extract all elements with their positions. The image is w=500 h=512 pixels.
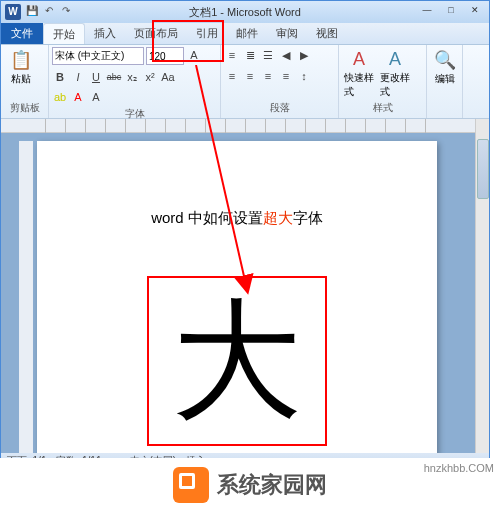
scrollbar-thumb[interactable] [477, 139, 489, 199]
char-shading-icon[interactable]: A [88, 89, 104, 105]
grow-font-icon[interactable]: A [186, 47, 202, 63]
increase-indent-icon[interactable]: ▶ [296, 47, 312, 63]
tab-layout[interactable]: 页面布局 [125, 23, 187, 44]
change-styles-button[interactable]: A 更改样式 [378, 47, 412, 101]
tab-insert[interactable]: 插入 [85, 23, 125, 44]
vertical-ruler[interactable] [19, 141, 33, 453]
multilevel-icon[interactable]: ☰ [260, 47, 276, 63]
large-character: 大 [172, 296, 302, 426]
group-editing: 🔍 编辑 [427, 45, 463, 118]
tab-references[interactable]: 引用 [187, 23, 227, 44]
annotation-highlight-char: 大 [147, 276, 327, 446]
align-left-icon[interactable]: ≡ [224, 68, 240, 84]
quick-access-toolbar: 💾 ↶ ↷ [25, 5, 73, 19]
paste-button[interactable]: 📋 粘贴 [4, 47, 38, 88]
subscript-button[interactable]: x₂ [124, 69, 140, 85]
align-center-icon[interactable]: ≡ [242, 68, 258, 84]
document-title: 文档1 - Microsoft Word [189, 5, 301, 20]
tab-mailings[interactable]: 邮件 [227, 23, 267, 44]
group-clipboard: 📋 粘贴 剪贴板 [1, 45, 49, 118]
watermark-logo-icon [173, 467, 209, 503]
window-controls: — □ ✕ [415, 5, 487, 19]
bold-button[interactable]: B [52, 69, 68, 85]
document-area: word 中如何设置超大字体 大 [1, 133, 475, 453]
italic-button[interactable]: I [70, 69, 86, 85]
group-font: 宋体 (中文正文) 120 A B I U abc x₂ x² Aa ab A … [49, 45, 221, 118]
text-effects-icon[interactable]: Aa [160, 69, 176, 85]
close-button[interactable]: ✕ [463, 5, 487, 19]
quick-styles-button[interactable]: A 快速样式 [342, 47, 376, 101]
watermark: hnzkhbb.COM 系统家园网 [0, 458, 500, 512]
document-page[interactable]: word 中如何设置超大字体 大 [37, 141, 437, 453]
change-styles-icon: A [389, 49, 401, 70]
tab-home[interactable]: 开始 [43, 23, 85, 44]
watermark-url: hnzkhbb.COM [424, 462, 494, 474]
group-paragraph: ≡ ≣ ☰ ◀ ▶ ≡ ≡ ≡ ≡ ↕ 段落 [221, 45, 339, 118]
decrease-indent-icon[interactable]: ◀ [278, 47, 294, 63]
heading-text: word 中如何设置超大字体 [37, 209, 437, 228]
word-window: W 💾 ↶ ↷ 文档1 - Microsoft Word — □ ✕ 文件 开始… [0, 0, 490, 470]
group-styles: A 快速样式 A 更改样式 样式 [339, 45, 427, 118]
align-right-icon[interactable]: ≡ [260, 68, 276, 84]
redo-icon[interactable]: ↷ [59, 5, 73, 19]
highlight-icon[interactable]: ab [52, 89, 68, 105]
paste-icon: 📋 [10, 49, 32, 71]
font-color-icon[interactable]: A [70, 89, 86, 105]
maximize-button[interactable]: □ [439, 5, 463, 19]
tab-view[interactable]: 视图 [307, 23, 347, 44]
undo-icon[interactable]: ↶ [42, 5, 56, 19]
group-label: 段落 [224, 101, 335, 116]
tab-review[interactable]: 审阅 [267, 23, 307, 44]
watermark-text: 系统家园网 [217, 470, 327, 500]
titlebar: W 💾 ↶ ↷ 文档1 - Microsoft Word — □ ✕ [1, 1, 489, 23]
underline-button[interactable]: U [88, 69, 104, 85]
ribbon: 📋 粘贴 剪贴板 宋体 (中文正文) 120 A B I U abc x₂ [1, 45, 489, 119]
strike-button[interactable]: abc [106, 69, 122, 85]
vertical-scrollbar[interactable] [475, 119, 489, 453]
group-label: 字体 [52, 107, 217, 122]
find-icon: 🔍 [434, 49, 456, 71]
tab-file[interactable]: 文件 [1, 23, 43, 44]
styles-icon: A [353, 49, 365, 70]
line-spacing-icon[interactable]: ↕ [296, 68, 312, 84]
font-name-selector[interactable]: 宋体 (中文正文) [52, 47, 144, 65]
editing-button[interactable]: 🔍 编辑 [430, 47, 459, 88]
font-size-selector[interactable]: 120 [146, 47, 184, 65]
group-label: 剪贴板 [4, 101, 45, 116]
minimize-button[interactable]: — [415, 5, 439, 19]
save-icon[interactable]: 💾 [25, 5, 39, 19]
group-label: 样式 [342, 101, 423, 116]
numbering-icon[interactable]: ≣ [242, 47, 258, 63]
bullets-icon[interactable]: ≡ [224, 47, 240, 63]
superscript-button[interactable]: x² [142, 69, 158, 85]
justify-icon[interactable]: ≡ [278, 68, 294, 84]
word-app-icon: W [5, 4, 21, 20]
ribbon-tabs: 文件 开始 插入 页面布局 引用 邮件 审阅 视图 [1, 23, 489, 45]
